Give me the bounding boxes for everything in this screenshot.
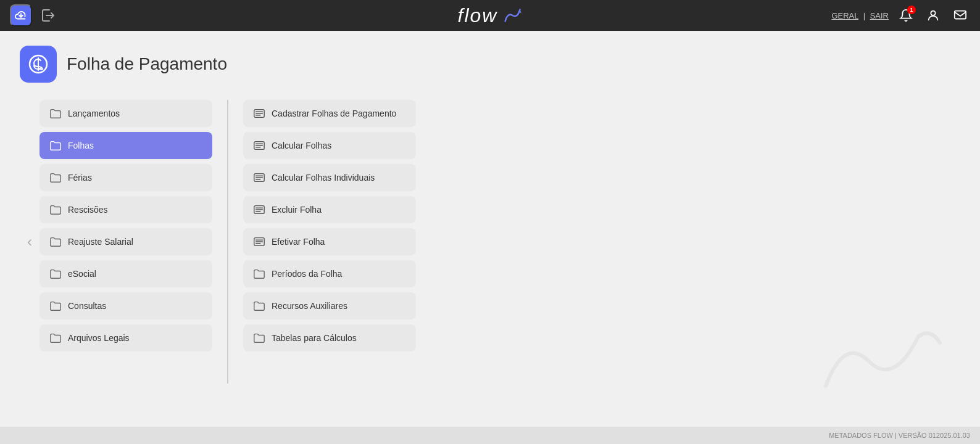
door-exit-icon <box>41 8 56 23</box>
submenu-item-efetivar-folha[interactable]: Efetivar Folha <box>243 228 416 255</box>
footer-text: METADADOS FLOW | VERSÃO 012025.01.03 <box>829 432 970 439</box>
folder-icon <box>49 171 62 184</box>
folder-icon <box>49 204 62 216</box>
svg-rect-3 <box>955 11 966 19</box>
topnav: flow GERAL | SAIR 1 <box>0 0 980 31</box>
sidebar-item-label: Reajuste Salarial <box>68 237 133 247</box>
payroll-icon <box>27 53 49 75</box>
col1: Lançamentos Folhas Férias Rescisões Reaj… <box>39 100 212 352</box>
topnav-right: GERAL | SAIR 1 <box>831 6 970 25</box>
sair-link[interactable]: SAIR <box>870 11 889 20</box>
submenu-item-label: Cadastrar Folhas de Pagamento <box>272 109 396 118</box>
app-title: flow <box>458 4 498 27</box>
logo-button[interactable] <box>10 4 32 27</box>
list-icon <box>253 171 265 184</box>
folder-icon <box>49 107 62 120</box>
submenu-item-calcular-folhas-ind[interactable]: Calcular Folhas Individuais <box>243 164 416 191</box>
submenu-item-label: Efetivar Folha <box>272 237 325 247</box>
submenu-item-calcular-folhas[interactable]: Calcular Folhas <box>243 132 416 159</box>
sidebar-item-folhas[interactable]: Folhas <box>39 132 212 159</box>
list-icon <box>253 139 265 152</box>
submenu-item-cadastrar-folhas[interactable]: Cadastrar Folhas de Pagamento <box>243 100 416 127</box>
sidebar-item-label: Lançamentos <box>68 109 120 118</box>
cloud-icon <box>14 9 28 22</box>
folder-icon <box>49 268 62 280</box>
page-content: Folha de Pagamento ‹ Lançamentos Folhas … <box>0 31 980 438</box>
left-arrow-button[interactable]: ‹ <box>20 100 39 384</box>
submenu-item-tabelas-calculos[interactable]: Tabelas para Cálculos <box>243 324 416 352</box>
submenu-item-label: Tabelas para Cálculos <box>272 333 357 343</box>
link-separator: | <box>863 11 865 20</box>
list-icon <box>253 236 265 248</box>
sidebar-item-label: Consultas <box>68 301 106 311</box>
folder-icon <box>49 332 62 344</box>
folder-icon <box>253 332 265 344</box>
notification-button[interactable]: 1 <box>896 6 916 25</box>
sidebar-item-label: Férias <box>68 173 92 183</box>
folder-icon <box>253 268 265 280</box>
folder-icon <box>253 300 265 312</box>
sidebar-item-label: Arquivos Legais <box>68 333 130 343</box>
chat-icon <box>953 9 967 22</box>
sidebar-item-arquivos-legais[interactable]: Arquivos Legais <box>39 324 212 352</box>
page-header: Folha de Pagamento <box>20 46 960 83</box>
submenu-item-periodos-folha[interactable]: Períodos da Folha <box>243 260 416 287</box>
chat-button[interactable] <box>950 6 970 25</box>
folder-icon <box>49 300 62 312</box>
svg-point-2 <box>931 11 935 15</box>
submenu-item-label: Calcular Folhas Individuais <box>272 173 375 183</box>
folder-icon <box>49 236 62 248</box>
user-icon <box>926 9 940 22</box>
column-divider <box>227 100 228 384</box>
sidebar-item-ferias[interactable]: Férias <box>39 164 212 191</box>
exit-button[interactable] <box>37 4 59 27</box>
sidebar-item-consultas[interactable]: Consultas <box>39 292 212 319</box>
topnav-center: flow <box>458 4 523 27</box>
folder-icon <box>49 139 62 152</box>
col2: Cadastrar Folhas de Pagamento Calcular F… <box>243 100 416 352</box>
user-button[interactable] <box>923 6 943 25</box>
geral-link[interactable]: GERAL <box>831 11 858 20</box>
sidebar-item-reajuste-salarial[interactable]: Reajuste Salarial <box>39 228 212 255</box>
submenu-item-label: Excluir Folha <box>272 205 322 215</box>
submenu-item-label: Períodos da Folha <box>272 269 342 279</box>
topnav-left <box>10 4 59 27</box>
sidebar-item-esocial[interactable]: eSocial <box>39 260 212 287</box>
page-header-icon <box>20 46 57 83</box>
sidebar-item-rescisoes[interactable]: Rescisões <box>39 196 212 223</box>
list-icon <box>253 204 265 216</box>
sidebar-item-label: eSocial <box>68 269 96 279</box>
submenu-item-label: Recursos Auxiliares <box>272 301 347 311</box>
footer: METADADOS FLOW | VERSÃO 012025.01.03 <box>0 427 980 444</box>
page-title: Folha de Pagamento <box>67 54 227 74</box>
sidebar-item-label: Folhas <box>68 141 94 150</box>
submenu-item-excluir-folha[interactable]: Excluir Folha <box>243 196 416 223</box>
topnav-links: GERAL | SAIR <box>831 11 889 20</box>
sidebar-item-lancamentos[interactable]: Lançamentos <box>39 100 212 127</box>
list-icon <box>253 107 265 120</box>
flow-logo-icon <box>502 7 522 23</box>
notification-badge: 1 <box>907 6 916 14</box>
submenu-item-label: Calcular Folhas <box>272 141 331 150</box>
main-layout: ‹ Lançamentos Folhas Férias Rescisões Re… <box>20 100 960 384</box>
submenu-item-recursos-auxiliares[interactable]: Recursos Auxiliares <box>243 292 416 319</box>
sidebar-item-label: Rescisões <box>68 205 108 215</box>
